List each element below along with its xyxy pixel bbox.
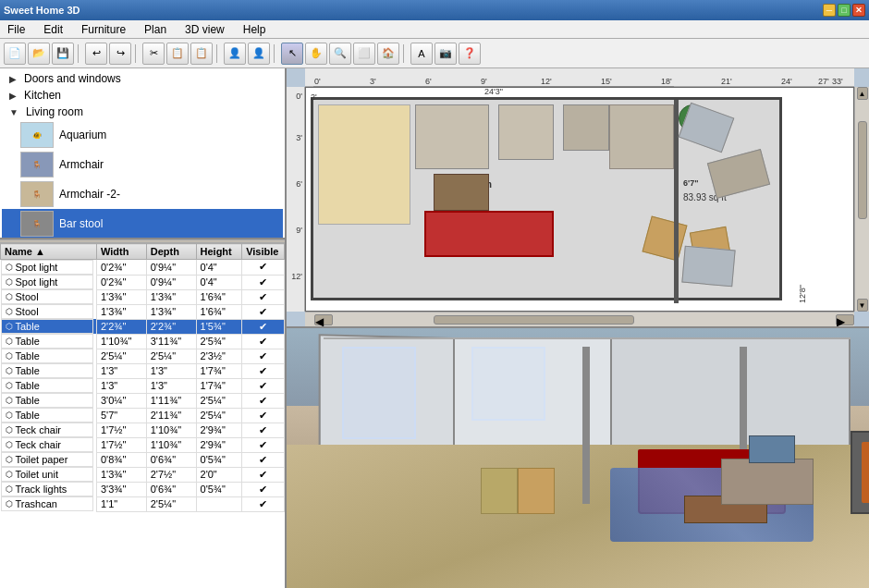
row-icon: ⬡ <box>6 366 13 375</box>
row-icon: ⬡ <box>6 484 13 494</box>
table-row[interactable]: ⬡Table2'5¼"2'5¼"2'3½"✔ <box>1 349 285 363</box>
cell-visible[interactable]: ✔ <box>242 289 285 304</box>
minimize-button[interactable]: ─ <box>823 4 836 17</box>
table-row[interactable]: ⬡Teck chair1'7½"1'10¾"2'9¾"✔ <box>1 423 285 437</box>
cell-visible[interactable]: ✔ <box>242 363 285 378</box>
table-row[interactable]: ⬡Spot light0'2¾"0'9¼"0'4"✔ <box>1 260 285 276</box>
help-btn[interactable]: ❓ <box>459 43 481 65</box>
menu-plan[interactable]: Plan <box>141 21 170 38</box>
table-row[interactable]: ⬡Toilet paper0'8¾"0'6¾"0'5¾"✔ <box>1 452 285 467</box>
open-btn[interactable]: 📂 <box>28 43 50 65</box>
menu-help[interactable]: Help <box>239 21 270 38</box>
menu-furniture[interactable]: Furniture <box>78 21 129 38</box>
cell-name: ⬡Table <box>1 319 93 334</box>
cell-visible[interactable]: ✔ <box>242 275 285 289</box>
furniture-table-wrapper[interactable]: Name ▲ Width Depth Height Visible ⬡Spot … <box>0 243 285 588</box>
copy-btn[interactable]: 📋 <box>166 43 189 65</box>
chair-3d-2 <box>481 468 518 514</box>
floor-plan-area[interactable]: 🔒 0' 3' 6' 9' 12' 15' 18' 21' 24' 27' 30… <box>287 68 869 328</box>
table-row[interactable]: ⬡Table1'10¾"3'11¾"2'5¾"✔ <box>1 334 285 349</box>
select-btn[interactable]: ↖ <box>281 43 303 65</box>
table-row[interactable]: ⬡Table2'2¾"2'2¾"1'5¾"✔ <box>1 319 285 334</box>
paste-btn[interactable]: 📋 <box>190 43 213 65</box>
row-name-text: Toilet paper <box>16 454 68 465</box>
tree-category-kitchen[interactable]: ▶ Kitchen <box>2 87 283 104</box>
sep1 <box>78 44 81 63</box>
v-scroll-down[interactable]: ▼ <box>857 299 868 312</box>
table-row[interactable]: ⬡Table1'3"1'3"1'7¾"✔ <box>1 378 285 393</box>
camera-btn[interactable]: 📷 <box>434 43 457 65</box>
h-scroll-thumb[interactable] <box>434 315 635 325</box>
save-btn[interactable]: 💾 <box>52 43 74 65</box>
furniture-2 <box>498 104 554 160</box>
close-button[interactable]: ✕ <box>852 4 865 17</box>
menu-file[interactable]: File <box>4 21 29 38</box>
cell-visible[interactable]: ✔ <box>242 260 285 276</box>
menu-edit[interactable]: Edit <box>40 21 67 38</box>
col-header-visible[interactable]: Visible <box>242 244 285 260</box>
menu-3dview[interactable]: 3D view <box>181 21 228 38</box>
table-row[interactable]: ⬡Spot light0'2¾"0'9¼"0'4"✔ <box>1 275 285 289</box>
h-scroll-right[interactable]: ▶ <box>836 314 854 325</box>
table-row[interactable]: ⬡Table1'3"1'3"1'7¾"✔ <box>1 363 285 378</box>
furniture-tree[interactable]: ▶ Doors and windows ▶ Kitchen ▼ Living r… <box>0 68 285 239</box>
cell-visible[interactable]: ✔ <box>242 452 285 467</box>
cell-name: ⬡Spot light <box>1 275 93 289</box>
view-3d-area[interactable] <box>287 328 869 588</box>
tree-item-aquarium[interactable]: 🐠 Aquarium <box>2 120 283 150</box>
col-header-name[interactable]: Name ▲ <box>1 244 97 260</box>
maximize-button[interactable]: □ <box>838 4 851 17</box>
cut-btn[interactable]: ✂ <box>142 43 165 65</box>
add-furniture-btn[interactable]: 👤 <box>224 43 246 65</box>
col-header-width[interactable]: Width <box>96 244 146 260</box>
redo-btn[interactable]: ↪ <box>109 43 131 65</box>
zoom-btn[interactable]: 🔍 <box>329 43 351 65</box>
arrow-living: ▼ <box>9 107 18 117</box>
coffee-table <box>434 174 489 211</box>
table-row[interactable]: ⬡Trashcan1'1"2'5¼"✔ <box>1 496 285 511</box>
draw-wall-btn[interactable]: ⬜ <box>353 43 375 65</box>
cell-visible[interactable]: ✔ <box>242 319 285 334</box>
modify-btn[interactable]: 👤 <box>248 43 270 65</box>
cell-visible[interactable]: ✔ <box>242 437 285 452</box>
tree-category-living[interactable]: ▼ Living room <box>2 104 283 120</box>
check-icon: ✔ <box>259 276 267 288</box>
tree-item-barstool[interactable]: 🪑 Bar stool <box>2 209 283 239</box>
pan-btn[interactable]: ✋ <box>305 43 327 65</box>
table-row[interactable]: ⬡Table3'0¼"1'11¾"2'5¼"✔ <box>1 393 285 408</box>
room-btn[interactable]: 🏠 <box>377 43 399 65</box>
cell-visible[interactable]: ✔ <box>242 349 285 363</box>
v-scroll-up[interactable]: ▲ <box>857 87 868 100</box>
table-row[interactable]: ⬡Table5'7"2'11¾"2'5¼"✔ <box>1 408 285 423</box>
table-row[interactable]: ⬡Stool1'3¾"1'3¾"1'6¾"✔ <box>1 289 285 304</box>
v-scroll-thumb[interactable] <box>858 121 867 219</box>
text-btn[interactable]: A <box>410 43 433 65</box>
table-row[interactable]: ⬡Stool1'3¾"1'3¾"1'6¾"✔ <box>1 304 285 319</box>
h-scrollbar[interactable]: ◀ ▶ <box>305 312 854 326</box>
ruler-left-6: 6' <box>296 179 302 189</box>
tree-item-armchair[interactable]: 🪑 Armchair <box>2 150 283 179</box>
table-row[interactable]: ⬡Teck chair1'7½"1'10¾"2'9¾"✔ <box>1 437 285 452</box>
cell-visible[interactable]: ✔ <box>242 393 285 408</box>
new-btn[interactable]: 📄 <box>4 43 26 65</box>
floor-plan-canvas[interactable]: Living room 229.11 sq ft 24'3" 6'7" 83.9… <box>305 87 854 312</box>
tree-item-armchair2[interactable]: 🪑 Armchair -2- <box>2 179 283 209</box>
cell-visible[interactable]: ✔ <box>242 334 285 349</box>
cell-depth: 2'7½" <box>146 467 196 482</box>
cell-visible[interactable]: ✔ <box>242 408 285 423</box>
cell-visible[interactable]: ✔ <box>242 467 285 482</box>
cell-visible[interactable]: ✔ <box>242 304 285 319</box>
table-row[interactable]: ⬡Track lights3'3¾"0'6¾"0'5¾"✔ <box>1 482 285 496</box>
cell-visible[interactable]: ✔ <box>242 496 285 511</box>
tree-category-doors[interactable]: ▶ Doors and windows <box>2 70 283 87</box>
col-header-height[interactable]: Height <box>196 244 242 260</box>
table-row[interactable]: ⬡Toilet unit1'3¾"2'7½"2'0"✔ <box>1 467 285 482</box>
cell-visible[interactable]: ✔ <box>242 423 285 437</box>
cell-visible[interactable]: ✔ <box>242 378 285 393</box>
cell-depth: 1'3¾" <box>146 304 196 319</box>
cell-visible[interactable]: ✔ <box>242 482 285 496</box>
col-header-depth[interactable]: Depth <box>146 244 196 260</box>
undo-btn[interactable]: ↩ <box>85 43 107 65</box>
v-scrollbar[interactable]: ▲ ▼ <box>854 87 869 312</box>
h-scroll-left[interactable]: ◀ <box>314 314 333 325</box>
